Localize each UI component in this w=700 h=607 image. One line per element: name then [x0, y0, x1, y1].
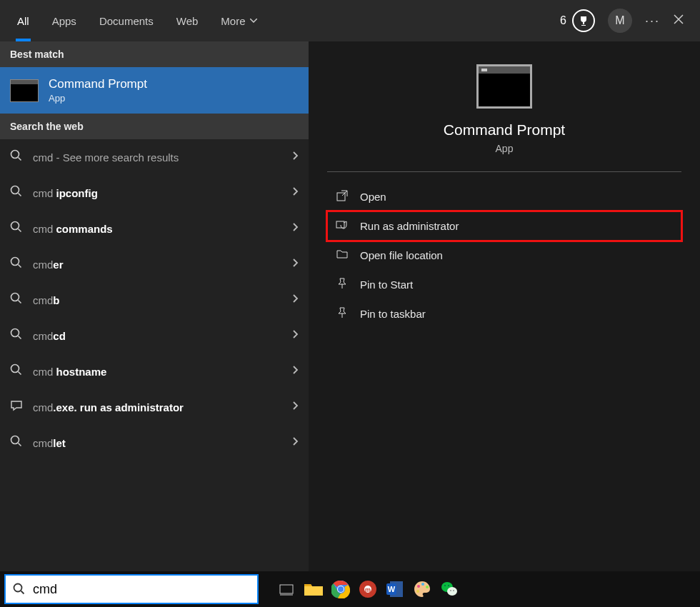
best-match-text: Command Prompt App — [49, 77, 147, 104]
action-label: Pin to Start — [360, 279, 413, 291]
web-result-item[interactable]: cmd ipconfig — [0, 175, 309, 211]
best-match-subtitle: App — [49, 93, 147, 104]
user-avatar[interactable]: M — [608, 9, 632, 33]
svg-point-31 — [453, 590, 454, 591]
web-result-item[interactable]: cmd - See more search results — [0, 139, 309, 175]
preview-subtitle: App — [496, 143, 514, 154]
svg-point-25 — [416, 590, 419, 593]
chevron-down-icon — [250, 19, 257, 23]
rewards-count: 6 — [560, 14, 566, 27]
svg-point-6 — [11, 365, 19, 373]
search-icon — [10, 221, 23, 236]
tab-apps[interactable]: Apps — [41, 0, 88, 41]
chrome-button[interactable] — [330, 578, 351, 600]
action-pin-to-taskbar[interactable]: Pin to taskbar — [327, 299, 681, 328]
results-left-pane: Best match Command Prompt App Search the… — [0, 41, 309, 571]
web-result-item[interactable]: cmd.exe. run as administrator — [0, 389, 309, 425]
taskbar-search-input[interactable] — [33, 582, 250, 597]
tab-documents[interactable]: Documents — [88, 0, 165, 41]
action-open-file-location[interactable]: Open file location — [327, 241, 681, 270]
wechat-button[interactable] — [439, 578, 460, 600]
search-icon — [10, 292, 23, 308]
search-columns: Best match Command Prompt App Search the… — [0, 41, 700, 571]
web-result-item[interactable]: cmd commands — [0, 211, 309, 246]
chat-icon — [10, 399, 23, 415]
svg-rect-9 — [336, 221, 344, 228]
tab-more-label: More — [221, 15, 245, 27]
palette-icon — [413, 580, 431, 598]
best-match-result[interactable]: Command Prompt App — [0, 67, 309, 114]
chevron-right-icon — [291, 150, 299, 164]
svg-text:m: m — [365, 586, 371, 593]
chrome-canary-button[interactable]: m — [357, 578, 379, 600]
svg-point-2 — [11, 222, 19, 230]
search-icon — [10, 435, 23, 451]
folder-icon — [304, 581, 324, 597]
action-label: Run as administrator — [360, 220, 459, 232]
preview-title: Command Prompt — [444, 121, 565, 139]
preview-header: Command Prompt App — [327, 56, 681, 172]
rewards-button[interactable]: 6 — [560, 9, 595, 32]
web-result-text: cmd.exe. run as administrator — [33, 401, 281, 413]
taskbar-search-box[interactable] — [4, 574, 259, 604]
preview-pane: Command Prompt App OpenRun as administra… — [309, 41, 700, 571]
task-view-button[interactable] — [276, 578, 297, 600]
svg-point-23 — [421, 583, 424, 586]
chevron-right-icon — [291, 186, 299, 200]
pin-icon — [336, 277, 349, 292]
web-result-item[interactable]: cmdb — [0, 282, 309, 318]
chevron-right-icon — [291, 328, 299, 343]
web-result-item[interactable]: cmdlet — [0, 425, 309, 461]
chevron-right-icon — [291, 257, 299, 271]
file-explorer-button[interactable] — [303, 578, 324, 600]
wechat-icon — [440, 580, 459, 598]
web-result-text: cmd - See more search results — [33, 151, 281, 164]
chevron-right-icon — [291, 221, 299, 236]
close-icon — [673, 14, 684, 25]
search-icon — [10, 363, 23, 379]
action-pin-to-start[interactable]: Pin to Start — [327, 270, 681, 299]
web-result-text: cmder — [33, 259, 281, 271]
web-result-item[interactable]: cmd hostname — [0, 353, 309, 389]
tab-web[interactable]: Web — [165, 0, 210, 41]
chrome-alt-icon: m — [359, 580, 377, 598]
close-button[interactable] — [673, 14, 684, 28]
cmd-icon-large — [476, 64, 532, 109]
paint-button[interactable] — [411, 578, 433, 600]
svg-point-1 — [11, 186, 19, 194]
chevron-right-icon — [291, 436, 299, 450]
taskbar: m W — [0, 571, 700, 607]
best-match-header: Best match — [0, 41, 309, 67]
chevron-right-icon — [291, 400, 299, 414]
action-label: Pin to taskbar — [360, 308, 426, 320]
word-button[interactable]: W — [384, 578, 406, 600]
web-result-item[interactable]: cmdcd — [0, 318, 309, 353]
tab-all[interactable]: All — [6, 0, 41, 41]
svg-point-27 — [447, 587, 457, 596]
tab-more[interactable]: More — [209, 0, 268, 41]
svg-point-28 — [444, 585, 446, 586]
svg-rect-11 — [280, 585, 293, 593]
more-options-button[interactable]: ··· — [645, 14, 660, 29]
web-result-text: cmd commands — [33, 223, 281, 235]
web-result-item[interactable]: cmder — [0, 246, 309, 282]
svg-point-0 — [11, 151, 19, 159]
chevron-right-icon — [291, 364, 299, 378]
action-open[interactable]: Open — [327, 182, 681, 211]
start-search-panel: All Apps Documents Web More 6 M ··· — [0, 0, 700, 571]
trophy-icon — [572, 9, 595, 32]
task-view-icon — [279, 581, 294, 597]
svg-point-4 — [11, 294, 19, 301]
search-icon — [13, 583, 26, 596]
svg-point-5 — [11, 329, 19, 337]
action-label: Open file location — [360, 249, 443, 261]
search-icon — [10, 328, 23, 343]
svg-point-22 — [417, 585, 420, 588]
svg-point-29 — [448, 585, 449, 586]
svg-point-15 — [338, 586, 344, 592]
svg-point-30 — [450, 590, 451, 591]
pin-icon — [336, 306, 349, 321]
action-run-as-administrator[interactable]: Run as administrator — [327, 211, 681, 241]
search-web-header: Search the web — [0, 114, 309, 139]
web-result-text: cmdlet — [33, 437, 281, 449]
